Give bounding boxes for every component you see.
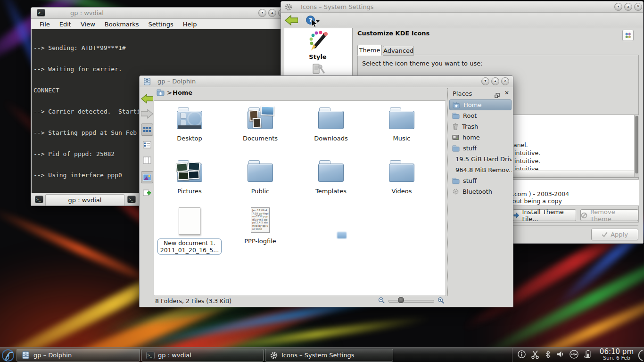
apply-check-icon bbox=[602, 231, 608, 238]
konsole-terminal-icon: >_ bbox=[146, 352, 155, 359]
back-button[interactable] bbox=[285, 15, 298, 28]
menu-settings[interactable]: Settings bbox=[143, 20, 178, 29]
home-folder-icon[interactable] bbox=[157, 89, 165, 98]
minimize-button[interactable]: ▾ bbox=[258, 9, 266, 17]
folder-music[interactable]: Music bbox=[366, 106, 437, 142]
apply-button[interactable]: Apply bbox=[591, 229, 638, 240]
columns-view-button[interactable] bbox=[141, 154, 153, 166]
info-icon[interactable] bbox=[517, 350, 526, 361]
install-theme-button[interactable]: Install Theme File... bbox=[513, 209, 576, 221]
minimize-button[interactable]: ▾ bbox=[481, 77, 489, 85]
folder-videos[interactable]: Videos bbox=[366, 158, 437, 195]
overview-grid-button[interactable] bbox=[622, 30, 634, 41]
place-trash[interactable]: Trash bbox=[449, 121, 512, 132]
systemsettings-toolbar: ? bbox=[281, 13, 643, 28]
task-dolphin[interactable]: gp – Dolphin bbox=[17, 349, 140, 362]
folder-downloads[interactable]: Downloads bbox=[296, 106, 366, 142]
gear-icon bbox=[452, 188, 459, 195]
new-tab-button[interactable]: >_ bbox=[35, 196, 43, 203]
tab-advanced[interactable]: Advanced bbox=[383, 46, 414, 56]
back-button[interactable] bbox=[141, 92, 153, 105]
usb-device-icon[interactable] bbox=[569, 349, 579, 361]
scrollbar-thumb[interactable] bbox=[635, 116, 638, 173]
place-home[interactable]: Home bbox=[449, 99, 512, 110]
forward-button[interactable] bbox=[141, 107, 153, 120]
trash-icon bbox=[452, 123, 459, 130]
tab-theme[interactable]: Theme bbox=[357, 45, 382, 56]
remove-theme-button[interactable]: Remove Theme bbox=[580, 209, 638, 221]
battery-icon[interactable] bbox=[583, 349, 592, 361]
place-root[interactable]: Root bbox=[449, 110, 512, 121]
remove-icon bbox=[581, 212, 587, 219]
split-plus-icon bbox=[143, 189, 151, 197]
folder-icon bbox=[389, 160, 414, 182]
folder-icon bbox=[389, 107, 414, 129]
tab-label: gp : wvdial bbox=[68, 197, 102, 204]
digital-clock[interactable]: 06:10 pm Sun, 6 Feb bbox=[600, 348, 634, 362]
details-view-icon bbox=[143, 141, 151, 148]
place-stuff-2[interactable]: stuff bbox=[449, 175, 512, 186]
folder-desktop[interactable]: Desktop bbox=[154, 106, 225, 142]
zoom-in-icon[interactable] bbox=[438, 297, 445, 305]
zoom-out-icon[interactable] bbox=[378, 297, 385, 305]
place-stuff[interactable]: stuff bbox=[449, 143, 512, 154]
description-fragment: .com ) - 2003-2004 bbox=[512, 190, 569, 197]
list-item-fragment: intuitive. bbox=[514, 157, 540, 165]
folder-public[interactable]: Public bbox=[225, 158, 296, 195]
minimize-button[interactable]: ▾ bbox=[614, 3, 622, 11]
clipboard-scissors-icon[interactable] bbox=[530, 350, 540, 361]
preview-toggle-button[interactable] bbox=[141, 171, 153, 183]
folder-icon bbox=[318, 160, 344, 182]
details-view-button[interactable] bbox=[141, 139, 153, 151]
volume-icon[interactable] bbox=[556, 350, 565, 361]
panel-cashew-icon[interactable] bbox=[637, 349, 644, 362]
folder-templates[interactable]: Templates bbox=[296, 158, 366, 195]
dolphin-statusbar: 8 Folders, 2 Files (3.3 KiB) bbox=[140, 296, 512, 306]
systemsettings-titlebar[interactable]: Icons – System Settings ▾ ▴ ✕ bbox=[281, 1, 643, 13]
place-bluetooth[interactable]: Bluetooth bbox=[449, 186, 512, 197]
gear-icon bbox=[284, 3, 293, 11]
launcher-icon[interactable] bbox=[1, 348, 15, 362]
maximize-button[interactable]: ▴ bbox=[268, 9, 276, 17]
menu-file[interactable]: File bbox=[35, 20, 55, 29]
task-system-settings[interactable]: Icons – System Settings bbox=[265, 349, 393, 362]
bluetooth-icon[interactable] bbox=[544, 350, 552, 361]
sidebar-item-style[interactable]: Style bbox=[284, 30, 351, 60]
icons-view-button[interactable] bbox=[141, 123, 153, 136]
zoom-slider-handle[interactable] bbox=[398, 297, 404, 303]
maximize-button[interactable]: ▴ bbox=[624, 3, 632, 11]
terminal-tab-2[interactable]: >_ bbox=[127, 196, 136, 203]
place-removable[interactable]: 964.8 MiB Remov... bbox=[449, 165, 512, 175]
close-button[interactable]: ✕ bbox=[501, 77, 509, 85]
folder-documents[interactable]: Documents bbox=[225, 106, 296, 142]
toolbar-separator bbox=[302, 15, 302, 25]
menu-edit[interactable]: Edit bbox=[55, 20, 76, 29]
dolphin-titlebar[interactable]: gp – Dolphin ▾ ▴ ✕ bbox=[140, 76, 513, 87]
breadcrumb-home[interactable]: Home bbox=[173, 89, 192, 96]
place-home-drive[interactable]: home bbox=[449, 132, 512, 143]
file-ppp-logfile[interactable]: Jan 17 09:47:18 gp-Aspire-5738 pppd[1946… bbox=[225, 206, 296, 245]
place-hard-drive[interactable]: 19.5 GiB Hard Drive bbox=[449, 154, 512, 165]
maximize-button[interactable]: ▴ bbox=[491, 77, 499, 85]
window-dolphin: gp – Dolphin ▾ ▴ ✕ > Home bbox=[139, 75, 513, 307]
dolphin-view[interactable]: Desktop Documents Downloads Music bbox=[154, 100, 446, 296]
folder-pictures[interactable]: Pictures bbox=[154, 158, 225, 195]
folder-icon bbox=[177, 160, 202, 182]
scrollbar-track[interactable] bbox=[634, 115, 639, 177]
konsole-icon: >_ bbox=[37, 9, 45, 16]
float-panel-icon[interactable] bbox=[495, 91, 500, 100]
close-button[interactable]: ✕ bbox=[634, 3, 642, 11]
close-panel-icon[interactable]: ✕ bbox=[504, 90, 509, 96]
menu-help[interactable]: Help bbox=[178, 20, 202, 29]
split-view-button[interactable] bbox=[141, 187, 153, 199]
system-tray bbox=[512, 348, 592, 362]
menu-view[interactable]: View bbox=[76, 20, 100, 29]
file-new-document[interactable]: New document 1. 2011_01_20_16_5... bbox=[154, 206, 225, 255]
konsole-titlebar[interactable]: >_ gp : wvdial ▾ ▴ ✕ bbox=[31, 8, 289, 19]
menu-bookmarks[interactable]: Bookmarks bbox=[100, 20, 144, 29]
breadcrumb-separator: > bbox=[167, 89, 172, 96]
zoom-slider-track[interactable] bbox=[388, 300, 434, 303]
terminal-tab[interactable]: gp : wvdial bbox=[45, 194, 124, 206]
task-konsole[interactable]: >_ gp : wvdial bbox=[141, 349, 264, 362]
list-item-fragment: anel. bbox=[513, 141, 528, 148]
